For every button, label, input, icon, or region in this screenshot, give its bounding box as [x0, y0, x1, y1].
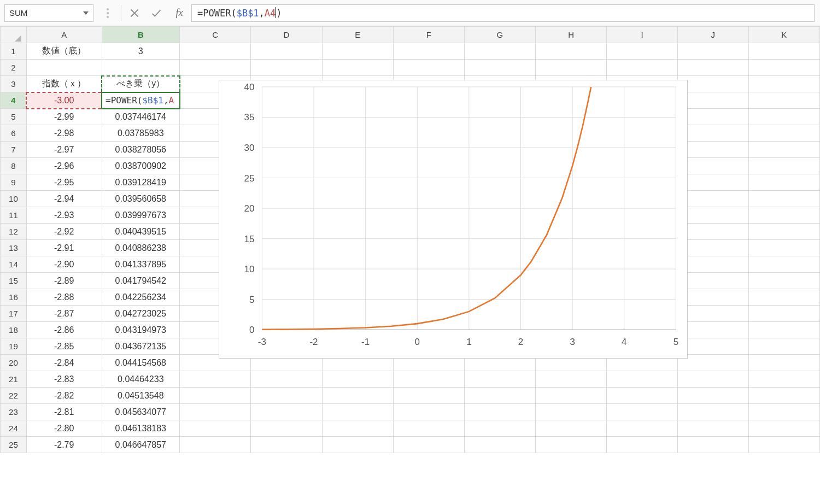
formula-input[interactable]: =POWER($B$1,A4): [191, 4, 815, 22]
cell[interactable]: [464, 60, 535, 76]
cell[interactable]: -2.92: [26, 224, 102, 240]
cell[interactable]: 指数（ｘ）: [26, 76, 102, 92]
cell[interactable]: [102, 60, 180, 76]
cell[interactable]: -2.83: [26, 371, 102, 388]
worksheet[interactable]: ABCDEFGHIJK1数値（底）323指数（ｘ）べき乗（y）4-3.00=PO…: [0, 26, 820, 453]
cell[interactable]: -2.84: [26, 355, 102, 371]
row-header[interactable]: 4: [1, 92, 27, 109]
fx-icon[interactable]: fx: [167, 7, 191, 19]
cell[interactable]: [677, 109, 748, 125]
cell[interactable]: 0.043672135: [102, 338, 180, 355]
cell[interactable]: [322, 437, 393, 453]
cell[interactable]: [677, 388, 748, 404]
row-header[interactable]: 21: [1, 371, 27, 388]
cell[interactable]: [26, 60, 102, 76]
cell[interactable]: -2.81: [26, 404, 102, 420]
cell[interactable]: -2.93: [26, 207, 102, 224]
cell[interactable]: 0.04464233: [102, 371, 180, 388]
cell[interactable]: [607, 404, 678, 420]
cell[interactable]: [677, 60, 748, 76]
cell[interactable]: 0.045634077: [102, 404, 180, 420]
cell[interactable]: [180, 437, 251, 453]
cell[interactable]: [748, 338, 819, 355]
cell[interactable]: 0.042723025: [102, 306, 180, 322]
cell[interactable]: [748, 322, 819, 338]
column-header[interactable]: G: [464, 27, 535, 43]
cell[interactable]: [464, 371, 535, 388]
column-header[interactable]: A: [26, 27, 102, 43]
cell[interactable]: 0.039128419: [102, 174, 180, 191]
cell[interactable]: [748, 174, 819, 191]
enter-icon[interactable]: [145, 0, 167, 26]
cell[interactable]: [536, 43, 607, 60]
row-header[interactable]: 20: [1, 355, 27, 371]
cell[interactable]: -2.97: [26, 142, 102, 158]
cell[interactable]: 0.038700902: [102, 158, 180, 174]
cell[interactable]: [180, 404, 251, 420]
cell[interactable]: [393, 404, 464, 420]
cell[interactable]: 0.04513548: [102, 388, 180, 404]
cell[interactable]: [748, 158, 819, 174]
cell[interactable]: [677, 273, 748, 289]
cell[interactable]: [677, 174, 748, 191]
cell[interactable]: [322, 420, 393, 437]
cell[interactable]: [322, 404, 393, 420]
cell[interactable]: 0.040886238: [102, 240, 180, 256]
name-box[interactable]: SUM: [4, 4, 93, 22]
row-header[interactable]: 22: [1, 388, 27, 404]
cell[interactable]: [748, 256, 819, 273]
cell[interactable]: 0.046647857: [102, 437, 180, 453]
row-header[interactable]: 5: [1, 109, 27, 125]
cell[interactable]: -2.88: [26, 289, 102, 306]
row-header[interactable]: 15: [1, 273, 27, 289]
cell[interactable]: [748, 125, 819, 142]
cell[interactable]: [393, 60, 464, 76]
row-header[interactable]: 24: [1, 420, 27, 437]
row-header[interactable]: 17: [1, 306, 27, 322]
row-header[interactable]: 23: [1, 404, 27, 420]
column-header[interactable]: H: [536, 27, 607, 43]
cell[interactable]: [677, 355, 748, 371]
cell[interactable]: [748, 355, 819, 371]
cell[interactable]: [677, 256, 748, 273]
cell[interactable]: [322, 371, 393, 388]
cell[interactable]: [677, 207, 748, 224]
cell[interactable]: 数値（底）: [26, 43, 102, 60]
cell[interactable]: [607, 43, 678, 60]
cell[interactable]: [677, 306, 748, 322]
cell[interactable]: [677, 371, 748, 388]
cell[interactable]: -2.96: [26, 158, 102, 174]
cell[interactable]: [748, 109, 819, 125]
row-header[interactable]: 1: [1, 43, 27, 60]
cell[interactable]: -2.90: [26, 256, 102, 273]
cell[interactable]: [251, 404, 322, 420]
cell[interactable]: [180, 371, 251, 388]
row-header[interactable]: 7: [1, 142, 27, 158]
cell[interactable]: [180, 43, 251, 60]
cell[interactable]: [464, 43, 535, 60]
cell[interactable]: [251, 388, 322, 404]
row-header[interactable]: 8: [1, 158, 27, 174]
cell[interactable]: [607, 388, 678, 404]
cell[interactable]: [677, 158, 748, 174]
cell[interactable]: [748, 224, 819, 240]
cell[interactable]: [464, 420, 535, 437]
cell[interactable]: 0.043194973: [102, 322, 180, 338]
cell[interactable]: [677, 191, 748, 207]
cell[interactable]: べき乗（y）: [102, 76, 180, 92]
row-header[interactable]: 18: [1, 322, 27, 338]
column-header[interactable]: K: [748, 27, 819, 43]
cell[interactable]: [180, 60, 251, 76]
cell[interactable]: [464, 388, 535, 404]
cell[interactable]: [677, 404, 748, 420]
cell[interactable]: [464, 437, 535, 453]
cell[interactable]: [748, 388, 819, 404]
select-all-corner[interactable]: [1, 27, 27, 43]
cell[interactable]: 3: [102, 43, 180, 60]
column-header[interactable]: B: [102, 27, 180, 43]
cell[interactable]: [748, 289, 819, 306]
cell[interactable]: [748, 207, 819, 224]
row-header[interactable]: 19: [1, 338, 27, 355]
cell[interactable]: [607, 371, 678, 388]
column-header[interactable]: I: [607, 27, 678, 43]
